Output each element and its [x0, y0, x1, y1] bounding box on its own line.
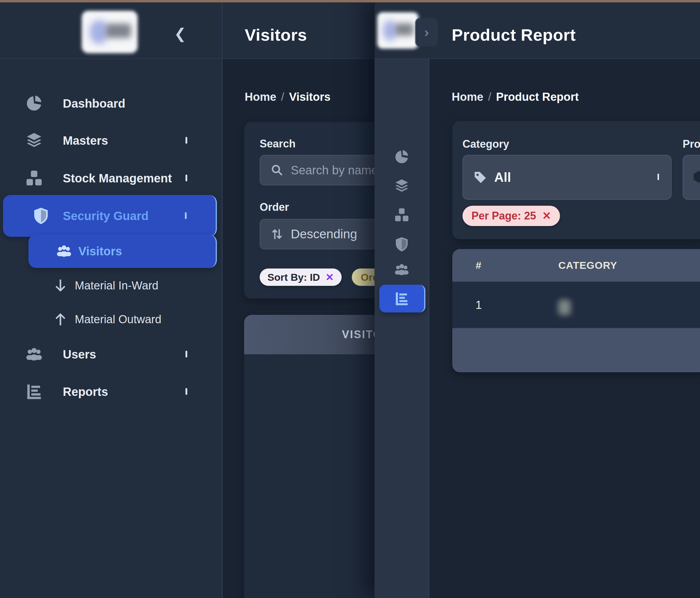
cube-icon	[691, 170, 700, 185]
per-page-chip-label: Per Page: 25	[472, 210, 536, 222]
sidebar-item-users[interactable]: Users	[0, 340, 222, 369]
breadcrumb-current: Visitors	[289, 90, 330, 103]
breadcrumb-current: Product Report	[496, 90, 579, 103]
users-icon[interactable]	[393, 261, 410, 278]
chip-close-icon[interactable]: ✕	[325, 271, 334, 283]
shield-icon	[31, 206, 51, 226]
boxes-icon[interactable]	[393, 207, 410, 223]
column-header-category: CATEGORY	[528, 249, 648, 282]
report-header-bar: › Product Report	[375, 2, 700, 59]
report-table-footer	[452, 328, 700, 372]
visitors-people-icon	[55, 242, 73, 260]
report-chart-icon	[25, 382, 44, 401]
sidebar-item-label: Stock Management	[63, 172, 172, 185]
chevron-down-icon	[185, 212, 187, 218]
row-index-cell: 1	[470, 282, 488, 328]
breadcrumb: Home / Product Report	[452, 90, 579, 103]
users-icon	[25, 345, 44, 364]
sidebar-item-label: Dashboard	[63, 97, 125, 110]
sidebar-item-label: Reports	[63, 385, 108, 398]
sidebar-subitem-material-outward[interactable]: Material Outward	[0, 306, 222, 333]
page-title-product-report: Product Report	[452, 25, 576, 45]
sidebar-item-security-guard-active[interactable]: Security Guard	[3, 195, 217, 237]
visitors-header-bar: ❮ Visitors	[0, 2, 375, 59]
logo-text-blur	[396, 23, 414, 35]
sidebar-subitem-material-inward[interactable]: Material In-Ward	[0, 272, 222, 299]
order-select-value: Descending	[291, 227, 357, 241]
logo-mark-icon	[383, 20, 397, 41]
per-page-chip[interactable]: Per Page: 25 ✕	[462, 206, 560, 226]
sort-by-chip-label: Sort By: ID	[268, 271, 320, 283]
sidebar-item-stock-management[interactable]: Stock Management	[0, 164, 222, 192]
sidebar: Dashboard Masters Stock Management Secur…	[0, 59, 222, 598]
arrow-down-icon	[53, 278, 68, 293]
breadcrumb-separator: /	[488, 90, 492, 103]
reports-active-rail-button[interactable]	[379, 285, 425, 312]
shield-icon[interactable]	[393, 236, 410, 253]
category-select-value: All	[494, 170, 511, 185]
report-table-header-row: # CATEGORY	[452, 249, 700, 282]
logo-text-blur	[106, 24, 131, 38]
chevron-down-icon	[185, 137, 187, 142]
breadcrumb-home-link[interactable]: Home	[452, 90, 483, 103]
top-accent-strip	[0, 0, 700, 2]
table-row: 1	[452, 282, 700, 328]
product-select[interactable]	[683, 155, 700, 200]
breadcrumb: Home / Visitors	[245, 90, 330, 103]
chevron-down-icon	[185, 175, 187, 180]
order-label: Order	[260, 201, 289, 213]
app-logo	[377, 12, 419, 49]
order-select[interactable]: Descending	[260, 219, 388, 250]
sidebar-expand-button[interactable]: ›	[415, 18, 438, 47]
sidebar-subitem-visitors-active[interactable]: Visitors	[28, 234, 217, 268]
report-table-card: # CATEGORY 1	[452, 249, 700, 372]
product-filter-label: Pro	[683, 138, 700, 150]
page-title-visitors: Visitors	[245, 25, 307, 45]
chevron-down-icon	[185, 351, 187, 356]
breadcrumb-home-link[interactable]: Home	[245, 90, 276, 103]
breadcrumb-separator: /	[281, 90, 284, 103]
search-input-box	[260, 155, 388, 185]
search-label: Search	[260, 137, 296, 150]
column-header-index: #	[470, 249, 488, 282]
layers-icon[interactable]	[393, 178, 410, 194]
search-icon	[270, 163, 283, 177]
sidebar-item-label: Security Guard	[63, 209, 149, 223]
tag-icon	[473, 171, 487, 184]
visitors-table-card: VISITORS	[244, 315, 379, 598]
boxes-icon	[25, 168, 44, 188]
category-label: Category	[462, 138, 509, 150]
sort-arrows-icon	[270, 228, 283, 241]
chip-close-icon[interactable]: ✕	[542, 210, 551, 222]
visitors-table-title: VISITORS	[342, 315, 379, 354]
pie-chart-icon[interactable]	[393, 149, 410, 165]
chevron-down-icon	[657, 174, 659, 179]
sidebar-item-masters[interactable]: Masters	[0, 126, 222, 155]
search-input[interactable]	[291, 163, 375, 177]
pie-chart-icon	[25, 94, 44, 113]
sidebar-divider	[222, 2, 223, 598]
sidebar-item-reports[interactable]: Reports	[0, 378, 222, 406]
sidebar-item-label: Users	[63, 348, 96, 361]
chevron-down-icon	[185, 388, 187, 393]
sidebar-subitem-label: Material In-Ward	[75, 279, 158, 292]
category-select[interactable]: All	[462, 155, 672, 200]
category-value-blurred	[558, 300, 571, 315]
product-report-window: › Product Report Home / Product Report C…	[375, 0, 700, 598]
sidebar-item-label: Masters	[63, 134, 108, 148]
report-filter-card: Category All Pro Per Page: 25 ✕	[452, 121, 700, 239]
sidebar-item-dashboard[interactable]: Dashboard	[0, 89, 222, 118]
sidebar-subitem-label: Visitors	[78, 244, 122, 258]
collapsed-sidebar-rail	[375, 59, 429, 598]
sidebar-subitem-label: Material Outward	[75, 313, 161, 326]
report-chart-icon	[393, 290, 410, 307]
sort-by-chip[interactable]: Sort By: ID ✕	[260, 268, 342, 286]
visitors-filter-card: Search Order Descending Sort By: ID ✕ Or…	[244, 122, 379, 298]
arrow-up-icon	[53, 312, 68, 327]
logo-mark-icon	[90, 20, 108, 44]
sidebar-collapse-icon[interactable]: ❮	[169, 23, 191, 44]
screen: ❮ Visitors Dashboard Masters Stock Manag…	[0, 0, 700, 598]
layers-icon	[25, 131, 44, 150]
visitors-table-header: VISITORS	[244, 315, 379, 354]
app-logo	[82, 11, 138, 53]
